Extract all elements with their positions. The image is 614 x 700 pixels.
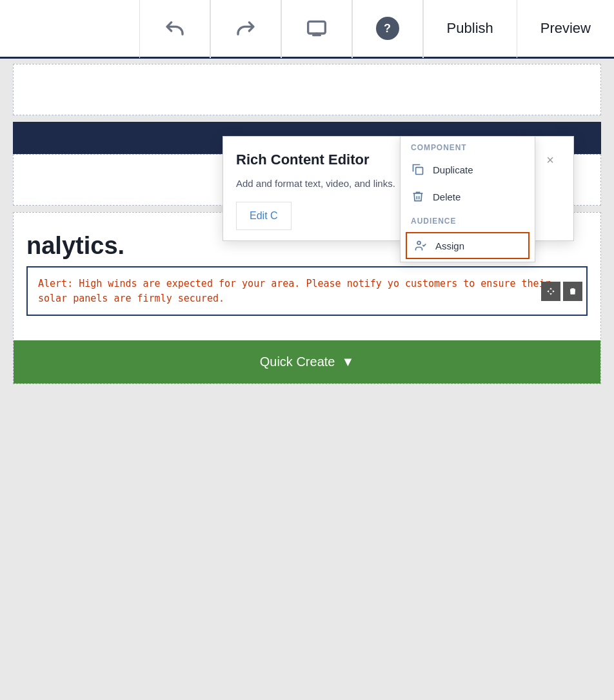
undo-icon bbox=[164, 18, 185, 39]
rce-close-button[interactable]: × bbox=[540, 150, 560, 170]
svg-rect-0 bbox=[308, 21, 325, 34]
trash-icon bbox=[568, 287, 577, 296]
component-section-label: COMPONENT bbox=[401, 137, 535, 156]
section-top bbox=[13, 64, 601, 115]
assign-icon bbox=[413, 238, 428, 253]
alert-move-button[interactable] bbox=[541, 282, 560, 301]
close-icon: × bbox=[546, 153, 554, 168]
main-content: nalytics. ⚡ ⚡ Rich Content Editor Alert:… bbox=[0, 59, 614, 700]
quick-create-label: Quick Create bbox=[260, 355, 335, 369]
assign-item[interactable]: Assign bbox=[406, 232, 530, 259]
assign-label: Assign bbox=[435, 240, 464, 251]
redo-icon bbox=[235, 18, 256, 39]
rce-title: Rich Content Editor bbox=[236, 151, 370, 168]
alert-delete-button[interactable] bbox=[563, 282, 582, 301]
duplicate-label: Duplicate bbox=[433, 164, 473, 175]
undo-button[interactable] bbox=[139, 0, 210, 58]
alert-text: Alert: High winds are expected for your … bbox=[38, 278, 551, 304]
quick-create-arrow: ▼ bbox=[341, 355, 354, 369]
audience-section-label: AUDIENCE bbox=[401, 210, 535, 229]
dropdown-menu: COMPONENT Duplicate Delete AUDIENC bbox=[400, 136, 535, 262]
alert-box: Alert: High winds are expected for your … bbox=[26, 266, 588, 316]
delete-item[interactable]: Delete bbox=[401, 183, 535, 210]
redo-button[interactable] bbox=[210, 0, 281, 58]
duplicate-item[interactable]: Duplicate bbox=[401, 156, 535, 183]
svg-rect-1 bbox=[416, 168, 423, 175]
toolbar: ? Publish Preview bbox=[0, 0, 614, 59]
delete-label: Delete bbox=[433, 191, 461, 202]
rce-edit-button[interactable]: Edit C bbox=[236, 202, 292, 230]
desktop-icon bbox=[306, 18, 327, 39]
quick-create-button[interactable]: Quick Create ▼ bbox=[14, 340, 600, 384]
help-icon: ? bbox=[376, 17, 399, 40]
svg-point-2 bbox=[417, 241, 421, 244]
preview-button[interactable]: Preview bbox=[517, 0, 614, 58]
publish-button[interactable]: Publish bbox=[423, 0, 517, 58]
move-icon bbox=[546, 287, 555, 296]
preview-desktop-button[interactable] bbox=[281, 0, 352, 58]
delete-icon bbox=[411, 190, 425, 204]
alert-controls bbox=[541, 282, 582, 301]
help-button[interactable]: ? bbox=[352, 0, 423, 58]
duplicate-icon bbox=[411, 162, 425, 177]
